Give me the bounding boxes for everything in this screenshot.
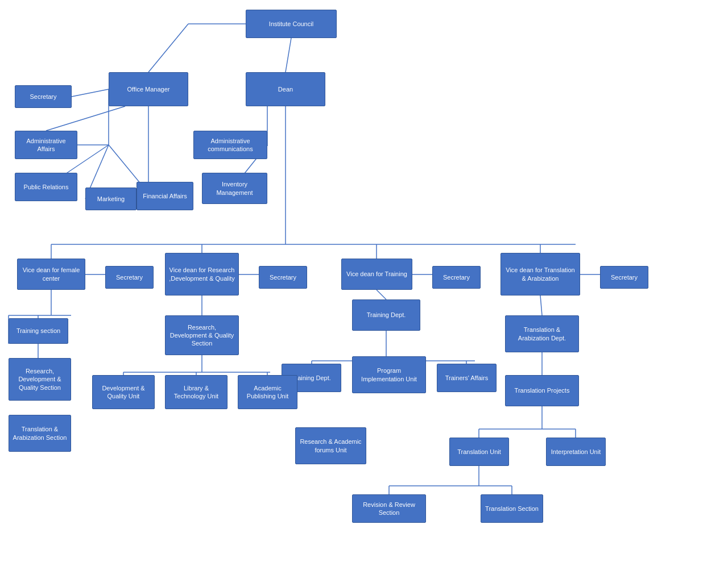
vd-training-node: Vice dean for Training: [341, 259, 412, 290]
sec-research-node: Secretary: [259, 266, 307, 289]
sec-training-node: Secretary: [432, 266, 481, 289]
trainers-affairs-node: Trainers' Affairs: [437, 364, 497, 392]
translation-unit-node: Translation Unit: [449, 438, 509, 466]
library-tech-unit-node: Library & Technology Unit: [165, 375, 228, 409]
sec-female-node: Secretary: [105, 266, 154, 289]
financial-affairs-node: Financial Affairs: [136, 182, 193, 210]
translation-projects-node: Translation Projects: [505, 375, 579, 406]
svg-line-35: [377, 290, 386, 299]
program-impl-node: Program Implementation Unit: [352, 356, 426, 393]
svg-line-41: [540, 295, 542, 315]
revision-review-node: Revision & Review Section: [352, 494, 426, 523]
translation-arab-dept-node: Translation & Arabization Dept.: [505, 315, 579, 352]
vd-research-node: Vice dean for Research ,Development & Qu…: [165, 253, 239, 295]
svg-line-2: [148, 24, 188, 72]
public-relations-node: Public Relations: [15, 173, 77, 201]
svg-line-3: [72, 89, 109, 97]
inventory-management-node: Inventory Management: [202, 173, 267, 204]
dev-quality-unit-node: Development & Quality Unit: [92, 375, 155, 409]
training-dept-top-node: Training Dept.: [352, 299, 420, 331]
admin-affairs-node: Administrative Affairs: [15, 131, 77, 159]
institute-council-node: Institute Council: [246, 10, 337, 38]
org-chart: Institute CouncilDeanOffice ManagerSecre…: [0, 0, 728, 562]
sec-translation-node: Secretary: [600, 266, 648, 289]
interpretation-unit-node: Interpretation Unit: [546, 438, 606, 466]
translation-arab-section-node: Translation & Arabization Section: [9, 415, 71, 452]
training-section-node: Training section: [9, 318, 68, 344]
svg-line-0: [286, 38, 291, 72]
marketing-node: Marketing: [85, 188, 136, 210]
rdq-section-node: Research, Development & Quality Section: [165, 315, 239, 355]
secretary-left-node: Secretary: [15, 85, 72, 108]
vd-translation-node: Vice dean for Translation & Arabization: [500, 253, 580, 295]
rdq-section-left-node: Research, Development & Quality Section: [9, 358, 71, 401]
research-academic-node: Research & Academic forums Unit: [295, 427, 366, 464]
office-manager-node: Office Manager: [109, 72, 188, 106]
vd-female-node: Vice dean for female center: [17, 259, 85, 290]
academic-publishing-node: Academic Publishing Unit: [238, 375, 297, 409]
svg-line-4: [46, 106, 125, 131]
dean-node: Dean: [246, 72, 325, 106]
admin-comms-node: Administrative communications: [193, 131, 267, 159]
translation-section-node: Translation Section: [481, 494, 543, 523]
